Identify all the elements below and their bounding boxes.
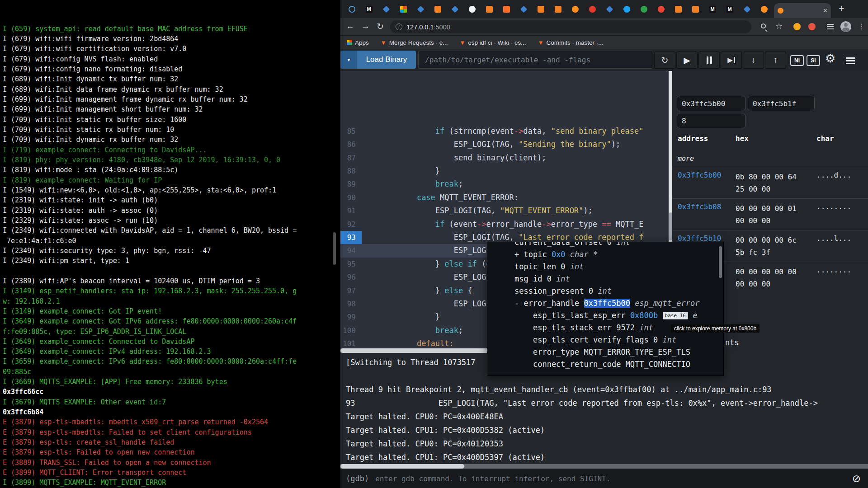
browser-tab[interactable]	[395, 0, 412, 18]
line-number[interactable]: 90	[340, 191, 362, 204]
binary-path-input[interactable]	[418, 51, 653, 69]
browser-tab[interactable]	[652, 0, 670, 18]
memory-address-link[interactable]: 0x3ffc5b00	[678, 171, 721, 179]
tab-favicon	[486, 6, 493, 13]
interrupt-icon[interactable]: ⊘	[852, 473, 861, 484]
bookmark-item[interactable]: ▼esp idf ci · Wiki · es...	[459, 39, 526, 46]
continue-button[interactable]: ▶	[676, 52, 698, 69]
bookmark-item[interactable]: ▼Merge Requests · e...	[381, 39, 448, 46]
line-number[interactable]: 93	[340, 231, 362, 244]
gdb-command-input[interactable]	[375, 474, 852, 483]
memory-hex-bytes: 00 00 00 00 6c 5b fc 3f	[736, 234, 797, 258]
site-info-icon[interactable]: i	[396, 23, 402, 30]
zoom-icon[interactable]	[761, 23, 766, 28]
refresh-button[interactable]: ↻	[654, 52, 675, 69]
address-bar[interactable]: i 127.0.0.1:5000	[390, 20, 751, 33]
browser-tab[interactable]	[515, 0, 532, 18]
console-scrollbar-thumb[interactable]	[340, 464, 464, 469]
line-number[interactable]: 91	[340, 204, 362, 217]
browser-tab[interactable]	[343, 0, 360, 18]
extension-icon[interactable]	[808, 23, 816, 30]
popup-expandable-field[interactable]: + topic 0x0 char *	[514, 249, 723, 261]
code-line: 86 ESP_LOGI(TAG, "Sending the binary");	[340, 138, 672, 151]
line-number[interactable]: 85	[340, 125, 362, 138]
line-number[interactable]: 86	[340, 138, 362, 151]
line-number[interactable]: 87	[340, 151, 362, 164]
browser-tab[interactable]	[635, 0, 652, 18]
bookmark-item[interactable]: Apps	[347, 39, 369, 46]
line-number[interactable]: 89	[340, 178, 362, 191]
memory-start-address-input[interactable]	[677, 96, 745, 111]
browser-tab[interactable]	[429, 0, 446, 18]
browser-tab[interactable]	[584, 0, 601, 18]
popup-value-link[interactable]: 0x800b	[630, 311, 658, 320]
popup-value-link[interactable]: 0x3ffc5b00	[584, 299, 630, 308]
browser-tab[interactable]	[377, 0, 395, 18]
bookmark-item[interactable]: ▼Commits · master ·...	[538, 39, 604, 46]
memory-bytes-per-line-input[interactable]	[677, 113, 745, 128]
refresh-icon: ↻	[661, 55, 669, 66]
memory-more-link[interactable]: more	[678, 155, 694, 163]
browser-tab[interactable]	[670, 0, 687, 18]
browser-tab[interactable]	[618, 0, 635, 18]
step-instruction-button[interactable]: SI	[807, 55, 820, 66]
terminal-line: I (819) example_connect: Waiting for IP	[3, 175, 336, 185]
line-number[interactable]: 97	[340, 284, 362, 297]
pause-button[interactable]	[698, 52, 720, 69]
line-number[interactable]: 100	[340, 324, 362, 337]
browser-tab[interactable]	[446, 0, 463, 18]
line-number[interactable]: 88	[340, 164, 362, 178]
terminal-line: I (709) wifi:Init static rx buffer num: …	[3, 125, 336, 135]
browser-tab[interactable]	[566, 0, 584, 18]
bookmark-star-icon[interactable]: ☆	[775, 21, 783, 31]
reading-list-icon[interactable]	[827, 24, 834, 25]
line-number[interactable]: 98	[340, 297, 362, 310]
menu-icon[interactable]	[846, 57, 855, 59]
browser-tab[interactable]: M	[704, 0, 721, 18]
browser-tab[interactable]	[549, 0, 566, 18]
popup-expandable-field[interactable]: - error_handle 0x3ffc5b00 esp_mqtt_error	[514, 297, 723, 310]
reload-icon[interactable]: ↻	[377, 21, 384, 32]
browser-menu-icon[interactable]: ⋮	[858, 22, 865, 31]
memory-address-link[interactable]: 0x3ffc5b08	[678, 202, 721, 211]
active-tab[interactable]: ×	[774, 3, 831, 18]
browser-tab[interactable]: M	[360, 0, 377, 18]
browser-tab[interactable]: M	[721, 0, 738, 18]
terminal-line: 09:885c	[3, 367, 336, 377]
browser-tab[interactable]	[412, 0, 429, 18]
line-number[interactable]: 99	[340, 310, 362, 324]
memory-end-address-input[interactable]	[748, 96, 815, 111]
settings-gear-icon[interactable]: ⚙	[825, 52, 835, 65]
browser-tab[interactable]	[498, 0, 515, 18]
popup-field: error_type MQTT_ERROR_TYPE_ESP_TLS	[514, 346, 723, 358]
load-binary-dropdown[interactable]: ▼	[340, 51, 357, 69]
browser-tab[interactable]	[687, 0, 704, 18]
browser-tab[interactable]	[601, 0, 618, 18]
browser-tab[interactable]	[738, 0, 755, 18]
line-number[interactable]: 94	[340, 244, 362, 257]
popup-value-link[interactable]: 0x0	[552, 250, 566, 259]
up-button[interactable]: ↑	[765, 52, 786, 69]
line-number[interactable]: 95	[340, 258, 362, 271]
browser-tab[interactable]	[463, 0, 481, 18]
line-number[interactable]: 96	[340, 271, 362, 284]
extension-icon[interactable]	[793, 23, 801, 30]
line-number[interactable]: 92	[340, 218, 362, 231]
step-button[interactable]: ↓	[743, 52, 764, 69]
next-button[interactable]: ▶	[721, 52, 742, 69]
profile-avatar[interactable]	[840, 21, 851, 32]
back-icon[interactable]: ←	[346, 21, 354, 31]
forward-icon[interactable]: →	[361, 21, 370, 31]
terminal-line: E (3879) esp-tls: Failed to open new con…	[3, 447, 336, 457]
load-binary-button[interactable]: Load Binary	[357, 51, 416, 69]
popup-scrollbar[interactable]	[719, 246, 722, 278]
tab-close-icon[interactable]: ×	[823, 7, 827, 14]
browser-tab[interactable]	[532, 0, 549, 18]
terminal-pane[interactable]: I (659) system_api: read default base MA…	[0, 0, 337, 488]
terminal-scrollbar[interactable]	[333, 232, 336, 265]
new-tab-button[interactable]: +	[839, 3, 844, 14]
next-instruction-button[interactable]: NI	[790, 55, 804, 66]
code-vertical-scrollbar-thumb[interactable]	[669, 212, 672, 240]
browser-tab[interactable]	[481, 0, 498, 18]
browser-tab[interactable]	[755, 0, 773, 18]
